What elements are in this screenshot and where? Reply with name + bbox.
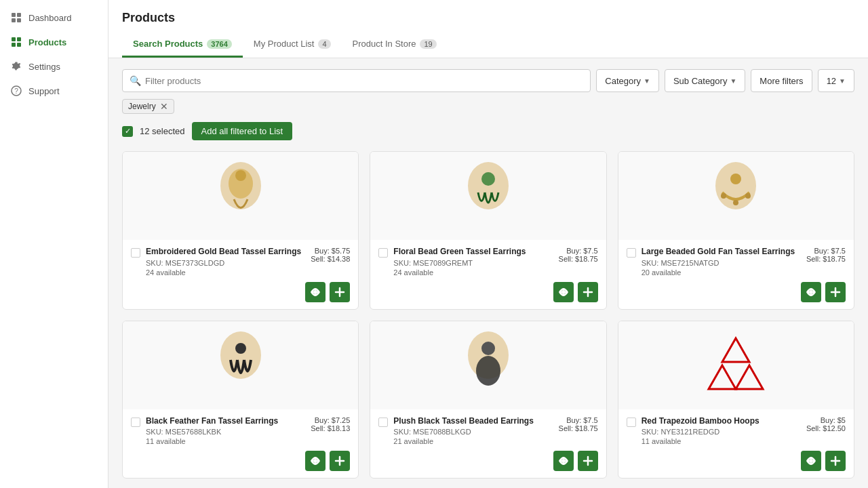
tab-label: Search Products (133, 39, 203, 49)
products-icon (11, 37, 22, 47)
view-button[interactable] (305, 451, 326, 471)
page-size-value: 12 (827, 76, 836, 86)
product-checkbox[interactable] (627, 418, 636, 427)
tab-label: My Product List (254, 39, 315, 49)
sidebar-item-label: Support (28, 86, 60, 96)
more-filters-label: More filters (760, 76, 803, 86)
view-button[interactable] (801, 282, 821, 302)
svg-rect-2 (12, 18, 16, 22)
svg-point-16 (561, 290, 566, 294)
product-meta: Plush Black Tassel Beaded Earrings SKU: … (378, 416, 597, 446)
add-button[interactable] (330, 451, 350, 471)
product-checkbox[interactable] (131, 418, 140, 427)
tab-my-product-list[interactable]: My Product List 4 (243, 33, 342, 58)
product-left: Red Trapezoid Bamboo Hoops SKU: NYE3121R… (627, 416, 760, 446)
product-details: Red Trapezoid Bamboo Hoops SKU: NYE3121R… (642, 416, 760, 446)
product-buy-price: Buy: $7.5 (559, 416, 598, 424)
tab-badge: 3764 (207, 39, 231, 49)
svg-rect-1 (17, 13, 21, 17)
tab-badge: 19 (420, 39, 436, 49)
search-row: 🔍 Category ▼ Sub Category ▼ More filters… (122, 69, 854, 92)
product-actions (378, 282, 597, 302)
tab-search-products[interactable]: Search Products 3764 (122, 33, 243, 58)
svg-rect-3 (17, 18, 21, 22)
product-sku: SKU: MSE7088BLKGD (393, 428, 534, 436)
svg-point-27 (481, 342, 495, 355)
category-label: Category (605, 76, 641, 86)
page-size-selector[interactable]: 12 ▼ (818, 69, 854, 92)
product-details: Floral Bead Green Tassel Earrings SKU: M… (393, 247, 526, 277)
product-image (370, 152, 606, 240)
product-image (370, 321, 606, 409)
product-checkbox[interactable] (378, 418, 388, 427)
subcategory-filter-button[interactable]: Sub Category ▼ (665, 69, 745, 92)
select-all-checkbox[interactable] (122, 126, 133, 137)
svg-point-25 (313, 459, 317, 463)
product-left: Large Beaded Gold Fan Tassel Earrings SK… (627, 247, 795, 277)
view-button[interactable] (553, 282, 574, 302)
product-info: Plush Black Tassel Beaded Earrings SKU: … (370, 409, 606, 479)
subcategory-label: Sub Category (673, 76, 728, 86)
add-button[interactable] (578, 451, 598, 471)
product-left: Floral Bead Green Tassel Earrings SKU: M… (378, 247, 526, 277)
main-content: Products Search Products 3764 My Product… (108, 0, 868, 488)
search-input[interactable] (145, 76, 583, 86)
add-button[interactable] (330, 282, 350, 302)
product-checkbox[interactable] (131, 248, 140, 258)
product-sell-price: Sell: $18.13 (311, 424, 350, 432)
sidebar-item-dashboard[interactable]: Dashboard (0, 5, 108, 30)
product-availability: 20 available (642, 268, 795, 277)
product-checkbox[interactable] (378, 248, 388, 258)
selected-count: 12 selected (140, 126, 185, 136)
product-name: Embroidered Gold Bead Tassel Earrings (146, 247, 301, 258)
svg-marker-30 (722, 338, 749, 362)
chevron-down-icon: ▼ (644, 77, 650, 85)
product-meta: Floral Bead Green Tassel Earrings SKU: M… (378, 247, 597, 277)
sidebar-item-settings[interactable]: Settings (0, 54, 108, 79)
product-checkbox[interactable] (627, 248, 636, 258)
product-left: Plush Black Tassel Beaded Earrings SKU: … (378, 416, 534, 446)
product-sell-price: Sell: $18.75 (559, 255, 598, 263)
svg-point-19 (721, 193, 726, 199)
view-button[interactable] (553, 451, 574, 471)
product-price: Buy: $7.25 Sell: $18.13 (311, 416, 350, 432)
product-name: Plush Black Tassel Beaded Earrings (393, 416, 534, 427)
svg-point-29 (561, 459, 566, 463)
tag-label: Jewelry (128, 102, 156, 111)
add-button[interactable] (825, 282, 846, 302)
svg-marker-31 (709, 365, 736, 389)
add-all-filtered-button[interactable]: Add all filtered to List (192, 122, 293, 140)
svg-point-20 (733, 200, 738, 205)
svg-point-13 (313, 290, 317, 294)
close-icon[interactable]: ✕ (160, 102, 168, 111)
jewelry-tag: Jewelry ✕ (122, 99, 174, 114)
product-card: Embroidered Gold Bead Tassel Earrings SK… (122, 151, 359, 310)
product-card: Plush Black Tassel Beaded Earrings SKU: … (370, 321, 606, 479)
view-button[interactable] (305, 282, 326, 302)
tab-badge: 4 (318, 39, 330, 49)
more-filters-button[interactable]: More filters (751, 69, 812, 92)
category-filter-button[interactable]: Category ▼ (596, 69, 659, 92)
product-card: Large Beaded Gold Fan Tassel Earrings SK… (618, 151, 854, 310)
product-sku: SKU: MSE7373GLDGD (146, 259, 301, 267)
selection-bar: 12 selected Add all filtered to List (122, 122, 854, 140)
product-buy-price: Buy: $7.25 (311, 416, 350, 424)
add-button[interactable] (825, 451, 846, 471)
product-details: Large Beaded Gold Fan Tassel Earrings SK… (642, 247, 795, 277)
product-sell-price: Sell: $14.38 (311, 255, 350, 263)
product-image (123, 152, 358, 240)
help-icon: ? (11, 85, 22, 96)
add-button[interactable] (578, 282, 598, 302)
sidebar-item-products[interactable]: Products (0, 30, 108, 54)
tab-label: Product In Store (353, 39, 416, 49)
product-actions (627, 451, 846, 471)
sidebar-item-support[interactable]: ? Support (0, 79, 108, 103)
svg-rect-6 (12, 43, 16, 47)
product-name: Red Trapezoid Bamboo Hoops (642, 416, 760, 427)
page-title: Products (122, 11, 854, 25)
product-details: Black Feather Fan Tassel Earrings SKU: M… (146, 416, 278, 446)
tab-product-in-store[interactable]: Product In Store 19 (342, 33, 448, 58)
view-button[interactable] (801, 451, 821, 471)
product-meta: Black Feather Fan Tassel Earrings SKU: M… (131, 416, 350, 446)
product-name: Large Beaded Gold Fan Tassel Earrings (642, 247, 795, 258)
